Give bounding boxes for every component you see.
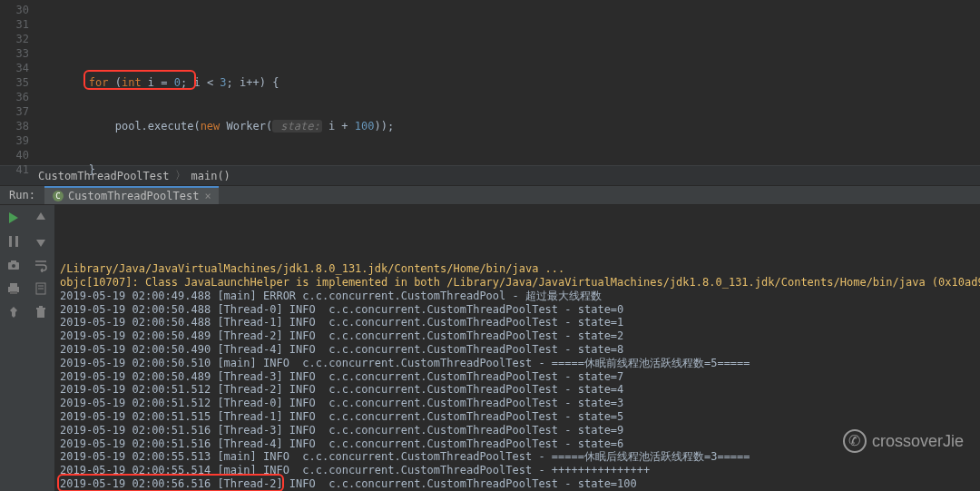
watermark: ✆ crossoverJie: [843, 429, 964, 453]
camera-icon[interactable]: [6, 258, 21, 272]
svg-rect-3: [9, 236, 12, 247]
run-toolbar-left: [0, 205, 27, 491]
pause-icon[interactable]: [6, 234, 21, 249]
editor-area: 303132333435363738394041 for (int i = 0;…: [0, 0, 980, 165]
line-gutter: 303132333435363738394041: [0, 0, 36, 165]
svg-rect-4: [15, 236, 18, 247]
rerun-icon[interactable]: [6, 211, 21, 225]
wechat-icon: ✆: [843, 429, 867, 453]
svg-marker-2: [9, 212, 18, 223]
run-panel-body: ✆ crossoverJie /Library/Java/JavaVirtual…: [0, 205, 980, 491]
svg-point-6: [12, 264, 15, 268]
console-output[interactable]: ✆ crossoverJie /Library/Java/JavaVirtual…: [54, 205, 980, 491]
svg-rect-9: [10, 283, 17, 287]
pin-icon[interactable]: [6, 305, 21, 319]
code-content[interactable]: for (int i = 0; i < 3; i++) { pool.execu…: [36, 0, 980, 165]
svg-rect-7: [11, 260, 16, 263]
svg-rect-10: [10, 291, 17, 294]
printer-icon[interactable]: [6, 281, 21, 296]
